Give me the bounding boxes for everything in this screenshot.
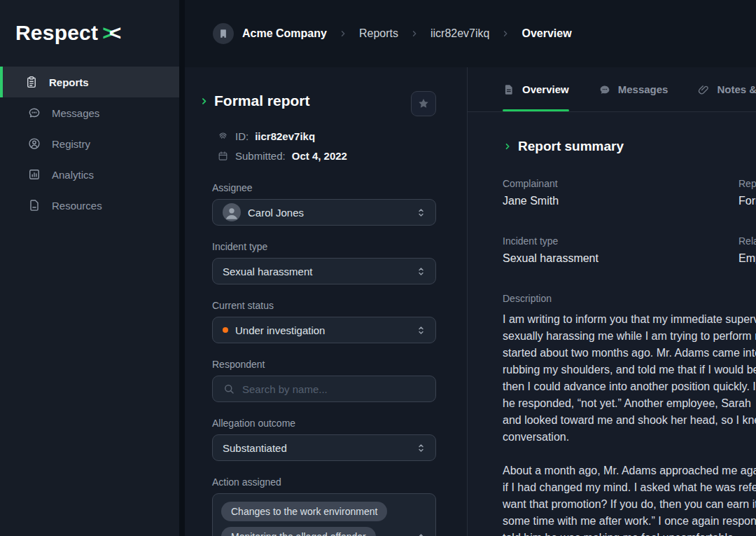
sidebar-item-reports[interactable]: Reports: [0, 67, 179, 97]
sidebar-item-registry[interactable]: Registry: [0, 128, 179, 159]
summary-grid: Complainant Jane Smith Report type Forma…: [503, 178, 756, 265]
report-title: Formal report: [214, 92, 310, 109]
tab-label: Messages: [618, 83, 668, 95]
chat-filled-icon: [598, 83, 611, 96]
chevron-right-icon: [338, 29, 348, 39]
description-line: sexually harassing me while I am trying …: [503, 328, 756, 345]
sidebar-item-label: Resources: [52, 200, 102, 212]
summary-label: Incident type: [503, 235, 738, 247]
document-filled-icon: [503, 83, 515, 96]
allegation-outcome-value: Substantiated: [223, 442, 287, 454]
fingerprint-icon: [217, 130, 229, 142]
report-submitted-label: Submitted:: [235, 150, 286, 162]
assignee-label: Assignee: [212, 182, 436, 193]
breadcrumb-report-id[interactable]: iicr82ev7ikq: [430, 27, 489, 40]
star-button[interactable]: [411, 91, 436, 116]
sidebar-item-messages[interactable]: Messages: [0, 97, 179, 128]
description-line: if I had changed my mind. I asked what h…: [503, 479, 756, 496]
respondent-group: Respondent: [212, 359, 436, 402]
summary-label: Report type: [738, 178, 756, 189]
description-line: want that promotion? If you do, then you…: [503, 496, 756, 513]
person-circle-icon: [27, 137, 41, 151]
chevron-right-icon: [410, 29, 419, 39]
sidebar-item-label: Analytics: [52, 169, 94, 181]
search-icon: [223, 383, 235, 395]
tab-label: Overview: [522, 83, 569, 95]
sidebar-item-label: Reports: [49, 76, 89, 88]
current-status-select[interactable]: Under investigation: [212, 317, 436, 343]
sidebar-item-resources[interactable]: Resources: [0, 190, 179, 221]
description-section: Description I am writing to inform you t…: [503, 293, 756, 536]
action-assigned-label: Action assigned: [212, 476, 436, 488]
chevron-right-icon: [503, 142, 512, 151]
summary-field-incident-type: Incident type Sexual harassment: [503, 235, 738, 265]
star-icon: [416, 97, 430, 111]
description-line: conversation.: [503, 429, 756, 446]
incident-type-select[interactable]: Sexual harassment: [212, 258, 436, 284]
tab-overview[interactable]: Overview: [503, 67, 569, 111]
detail-tabbar: Overview Messages Notes & Statements: [468, 67, 756, 112]
sidebar-item-analytics[interactable]: Analytics: [0, 159, 179, 190]
action-assigned-group: Action assigned Changes to the work envi…: [212, 476, 436, 536]
report-form: Assignee Carol Jones Incident type Sexua…: [212, 182, 436, 536]
chat-bubble-icon: [27, 106, 41, 120]
assignee-select[interactable]: Carol Jones: [212, 199, 436, 226]
summary-label: Complainant: [503, 178, 738, 189]
clipboard-icon: [24, 75, 38, 89]
allegation-outcome-select[interactable]: Substantiated: [212, 434, 436, 461]
current-status-group: Current status Under investigation: [212, 300, 436, 343]
action-tag[interactable]: Monitoring the alleged offender: [221, 527, 376, 536]
select-chevrons-icon: [415, 207, 427, 219]
report-meta: ID: iicr82ev7ikq Submitted: Oct 4, 2022: [217, 128, 467, 164]
description-line: and looked toward me and shook her head,…: [503, 412, 756, 429]
respondent-search-field[interactable]: [212, 376, 436, 402]
report-submitted-value: Oct 4, 2022: [292, 150, 347, 162]
tab-label: Notes & Statements: [717, 83, 756, 95]
person-avatar-icon: [223, 203, 241, 221]
building-icon: [213, 23, 234, 44]
description-line: then I could advance into another positi…: [503, 378, 756, 395]
select-chevrons-icon: [415, 324, 427, 336]
paragraph-gap: [503, 446, 756, 462]
summary-value: Employee: [738, 252, 756, 265]
tab-notes-statements[interactable]: Notes & Statements: [697, 67, 756, 111]
report-id-row: ID: iicr82ev7ikq: [217, 128, 467, 144]
report-summary-section: Report summary Complainant Jane Smith Re…: [468, 112, 756, 536]
tab-messages[interactable]: Messages: [598, 67, 668, 111]
summary-value: Formal: [738, 195, 756, 207]
summary-field-report-type: Report type Formal: [738, 178, 756, 207]
incident-type-value: Sexual harassment: [223, 266, 312, 277]
breadcrumb-company[interactable]: Acme Company: [242, 27, 327, 40]
brand-name: Respect: [15, 21, 98, 44]
incident-type-group: Incident type Sexual harassment: [212, 241, 436, 284]
summary-field-relationship: Relationship Employee: [738, 235, 756, 265]
description-label: Description: [503, 293, 756, 304]
incident-type-label: Incident type: [212, 241, 436, 252]
allegation-outcome-group: Allegation outcome Substantiated: [212, 418, 436, 461]
report-summary-heading: Report summary: [503, 139, 756, 154]
breadcrumb: Acme Company Reports iicr82ev7ikq Overvi…: [185, 0, 756, 67]
summary-value: Jane Smith: [503, 195, 738, 207]
action-assigned-multiselect[interactable]: Changes to the work environment Monitori…: [212, 493, 436, 536]
description-text: I am writing to inform you that my immed…: [503, 311, 756, 536]
select-chevrons-icon: [415, 442, 427, 454]
description-line: About a month ago, Mr. Adams approached …: [503, 462, 756, 479]
assignee-value: Carol Jones: [248, 207, 304, 219]
description-line: he responded, “not yet.” Another employe…: [503, 395, 756, 412]
report-id-value: iicr82ev7ikq: [255, 130, 315, 142]
sidebar: Respect>< Reports Messages Registry Anal…: [0, 0, 179, 536]
current-status-label: Current status: [212, 300, 436, 311]
description-line: told him he was making me feel uncomfort…: [503, 530, 756, 536]
bar-chart-icon: [27, 167, 41, 181]
breadcrumb-overview[interactable]: Overview: [522, 27, 571, 40]
status-dot-icon: [223, 327, 228, 333]
breadcrumb-reports[interactable]: Reports: [359, 27, 398, 40]
respondent-search-input[interactable]: [242, 383, 403, 395]
action-tag[interactable]: Changes to the work environment: [221, 502, 387, 521]
detail-panel: Overview Messages Notes & Statements: [468, 67, 756, 536]
summary-label: Relationship: [738, 235, 756, 247]
summary-value: Sexual harassment: [503, 252, 738, 265]
current-status-value: Under investigation: [235, 324, 325, 336]
section-title: Report summary: [518, 139, 624, 154]
chevron-right-icon: [199, 96, 209, 106]
